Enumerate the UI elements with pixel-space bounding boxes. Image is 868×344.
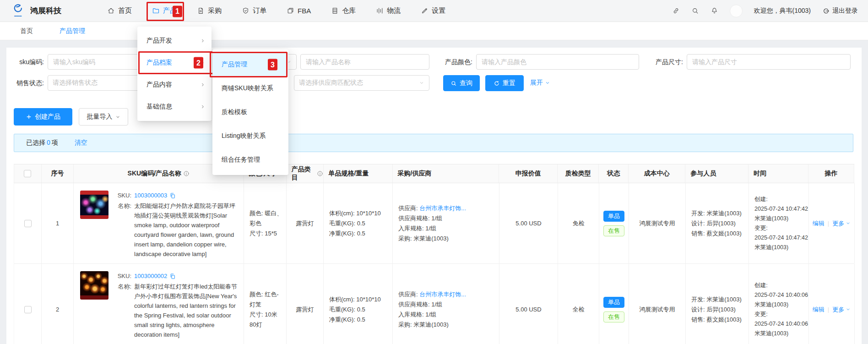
submenu-item-组合任务管理[interactable]: 组合任务管理 — [212, 148, 288, 172]
expand-toggle[interactable]: 展开 — [530, 79, 550, 87]
order-icon — [242, 7, 250, 15]
sku-link[interactable]: 1003000002 — [134, 271, 176, 281]
product-image[interactable] — [80, 191, 108, 219]
time-line: 变更: — [754, 224, 806, 233]
breadcrumb-tabs: 首页 产品管理 — [0, 22, 868, 40]
logout-button[interactable]: 退出登录 — [822, 7, 858, 15]
avatar[interactable] — [730, 5, 743, 17]
nav-item-订单[interactable]: 订单 — [242, 0, 266, 22]
supplier-link[interactable]: 台州市承丰灯饰... — [419, 205, 466, 212]
selection-bar: 已选择0项 清空 — [14, 134, 853, 152]
sku-label: SKU: — [113, 191, 131, 200]
table-row: 1SKU:1003000003名称:太阳能烟花灯户外防水庭院花子园草坪地插灯蒲公… — [14, 183, 854, 264]
topbar-right: 欢迎您，典韦(1003) 退出登录 — [672, 5, 858, 17]
nav-item-产品[interactable]: 产品1 — [152, 0, 177, 22]
chevron-down-icon — [846, 221, 851, 226]
time-line: 创建: — [754, 195, 806, 204]
plus-icon — [26, 114, 32, 120]
folder-icon — [152, 7, 160, 15]
row-checkbox[interactable] — [24, 220, 32, 227]
more-label: 更多 — [832, 305, 844, 315]
column-header-label: 操作 — [825, 169, 838, 178]
edit-link[interactable]: 编辑 — [813, 305, 825, 315]
time-cell: 创建:2025-07-24 10:47:42米莱迪(1003)变更:2025-0… — [749, 183, 809, 263]
batch-import-button[interactable]: 批量导入 — [79, 108, 128, 126]
product-image[interactable] — [80, 271, 108, 300]
sku-link[interactable]: 1003000003 — [134, 191, 176, 200]
supplier-line: 供应商: 台州市承丰灯饰... — [398, 203, 496, 213]
column-header-label: 单品规格/重量 — [329, 169, 369, 178]
cost-center-cell: 鸿展测试专用 — [629, 183, 686, 263]
time-line: 2025-07-24 10:47:42 — [754, 204, 806, 214]
query-button[interactable]: 查询 — [443, 75, 480, 91]
sku-row: SKU:1003000003 — [113, 191, 240, 200]
tab-product-management[interactable]: 产品管理 — [60, 27, 85, 35]
submenu-item-Listing映射关系[interactable]: Listing映射关系 — [212, 124, 288, 148]
column-header-label: SKU编码/产品名称 — [128, 169, 181, 178]
sku-value: 1003000002 — [134, 271, 167, 281]
nav-item-FBA[interactable]: FBA — [287, 0, 311, 22]
menu-item-产品开发[interactable]: 产品开发 — [137, 30, 212, 52]
declared-value: 5.00 USD — [515, 305, 541, 315]
nav-item-采购[interactable]: 采购 — [197, 0, 222, 22]
participant-line: 开发: 米莱迪(1003) — [691, 295, 746, 305]
supplier-cell: 供应商: 台州市承丰灯饰...供应商规格: 1/组入库规格: 1/组采购: 米莱… — [393, 264, 499, 344]
nav-item-首页[interactable]: 首页 — [107, 0, 132, 22]
chevron-right-icon — [200, 60, 206, 66]
supplier-cell: 供应商: 台州市承丰灯饰...供应商规格: 1/组入库规格: 1/组采购: 米莱… — [393, 183, 499, 263]
declared-value: 5.00 USD — [515, 218, 541, 229]
product-cell: SKU:1003000003名称:太阳能烟花灯户外防水庭院花子园草坪地插灯蒲公英… — [74, 183, 244, 263]
tab-home[interactable]: 首页 — [20, 27, 33, 35]
menu-item-label: 产品档案 — [146, 59, 172, 67]
product-size-input[interactable] — [687, 54, 851, 70]
create-product-button[interactable]: 创建产品 — [14, 108, 72, 126]
declared-value-cell: 5.00 USD — [499, 264, 558, 344]
supplier-label: 供应商: — [398, 291, 419, 298]
logout-icon — [822, 7, 830, 15]
sale-status-label: 销售状态: — [13, 75, 44, 91]
spec-line: 净重(KG): 0.5 — [329, 315, 390, 325]
menu-item-产品内容[interactable]: 产品内容 — [137, 74, 212, 96]
edit-link[interactable]: 编辑 — [813, 218, 825, 229]
select-all-checkbox[interactable] — [24, 170, 31, 177]
menu-item-label: 产品内容 — [146, 81, 172, 89]
row-checkbox[interactable] — [24, 306, 32, 313]
sku-code-label: sku编码: — [13, 54, 44, 70]
color-value: 颜色: 红色-灯笼 — [250, 289, 283, 310]
clear-selection-link[interactable]: 清空 — [75, 139, 87, 147]
product-color-input[interactable] — [476, 54, 639, 70]
more-link[interactable]: 更多 — [832, 305, 851, 315]
reset-button[interactable]: 重置 — [485, 75, 524, 91]
product-name-input[interactable] — [300, 54, 429, 70]
supplier-match-select[interactable]: 请选择供应商匹配状态 — [294, 75, 429, 91]
brand-name: 鸿展科技 — [30, 5, 61, 16]
submenu-item-质检模板[interactable]: 质检模板 — [212, 100, 288, 124]
color-size-cell: 颜色: 红色-灯笼尺寸: 10米 80灯 — [244, 264, 287, 344]
column-header-label: 时间 — [754, 169, 766, 178]
column-header-产品类目: 产品类目 — [287, 164, 324, 183]
supplier-link[interactable]: 台州市承丰灯饰... — [419, 291, 466, 298]
copy-icon[interactable] — [169, 192, 176, 199]
nav-item-label: 采购 — [208, 6, 222, 15]
nav-item-label: 设置 — [432, 6, 445, 15]
declared-value-cell: 5.00 USD — [499, 183, 558, 263]
bell-icon[interactable] — [711, 7, 718, 15]
welcome-text: 欢迎您，典韦(1003) — [754, 7, 811, 15]
nav-item-物流[interactable]: 物流 — [376, 0, 401, 22]
copy-icon[interactable] — [169, 273, 176, 279]
more-link[interactable]: 更多 — [832, 218, 851, 229]
link-icon[interactable] — [672, 7, 680, 15]
time-line: 2025-07-24 10:47:42 — [754, 233, 806, 243]
time-line: 创建: — [754, 281, 806, 290]
nav-item-设置[interactable]: 设置 — [421, 0, 445, 22]
menu-item-基础信息[interactable]: 基础信息 — [137, 96, 212, 118]
row-select-cell — [14, 264, 42, 344]
refresh-icon — [494, 80, 500, 87]
menu-item-产品档案[interactable]: 产品档案2 — [137, 52, 212, 74]
submenu-item-商铺SKU映射关系[interactable]: 商铺SKU映射关系 — [212, 76, 288, 100]
content-card: sku编码: 产品颜色: 产品尺寸: 销售状态: 请选择销售状态 请选择供应商匹… — [6, 48, 862, 344]
submenu-item-label: 质检模板 — [222, 108, 247, 116]
search-icon[interactable] — [691, 7, 699, 15]
submenu-item-产品管理[interactable]: 产品管理3 — [212, 53, 288, 76]
nav-item-仓库[interactable]: 仓库 — [331, 0, 356, 22]
